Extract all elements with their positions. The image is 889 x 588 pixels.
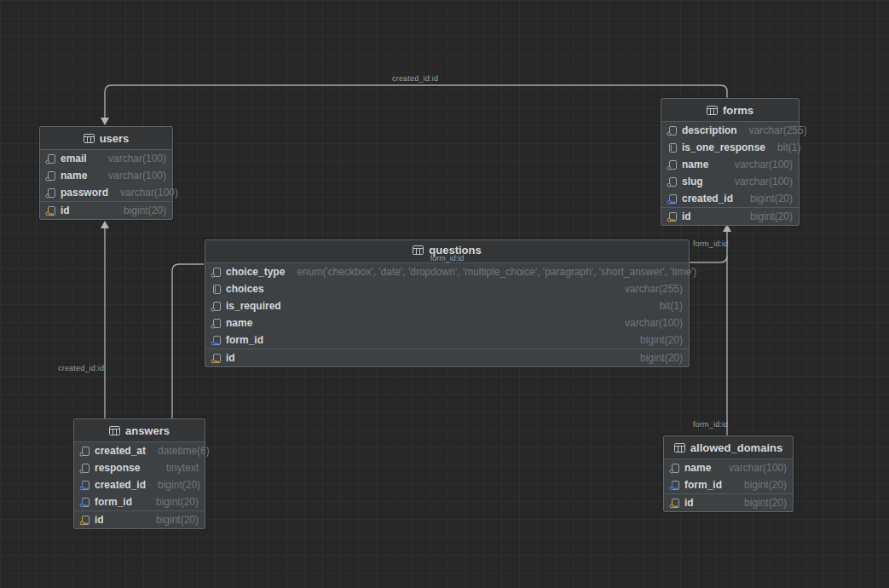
column-name: id <box>684 497 694 509</box>
edge-questions-forms <box>689 256 727 262</box>
relationship-label: form_id:id <box>693 239 729 248</box>
table-columns: namevarchar(100)form_idbigint(20)idbigin… <box>664 459 793 511</box>
column-type: bigint(20) <box>738 193 793 205</box>
table-answers[interactable]: answers created_atdatetime(6)responsetin… <box>73 418 205 529</box>
column-row-name[interactable]: namevarchar(100) <box>205 314 689 331</box>
column-row-slug[interactable]: slugvarchar(100) <box>661 173 799 190</box>
column-type: bit(1) <box>765 141 800 153</box>
column-row-id[interactable]: idbigint(20) <box>74 510 205 528</box>
column-row-is_required[interactable]: is_requiredbit(1) <box>205 297 689 314</box>
table-users[interactable]: users emailvarchar(100)namevarchar(100)p… <box>39 126 173 220</box>
table-header[interactable]: answers <box>74 419 205 442</box>
column-row-name[interactable]: namevarchar(100) <box>40 167 172 184</box>
table-columns: emailvarchar(100)namevarchar(100)passwor… <box>40 150 172 219</box>
column-row-choice_type[interactable]: choice_typeenum('checkbox', 'date', 'dro… <box>205 263 689 280</box>
table-title: questions <box>429 244 481 257</box>
column-row-form_id[interactable]: form_idbigint(20) <box>74 493 205 510</box>
arrowhead-into-users-top <box>101 118 109 125</box>
relationship-label: form_id:id <box>693 420 729 429</box>
edge-forms-users <box>105 85 727 118</box>
column-icon <box>211 318 222 329</box>
column-icon <box>667 176 678 187</box>
column-row-is_one_response[interactable]: is_one_responsebit(1) <box>661 139 799 156</box>
column-name: created_at <box>95 445 146 457</box>
column-row-choices[interactable]: choicesvarchar(255) <box>205 280 689 297</box>
column-name: name <box>61 170 87 182</box>
table-header[interactable]: allowed_domains <box>664 436 793 459</box>
table-allowed_domains[interactable]: allowed_domains namevarchar(100)form_idb… <box>663 435 794 512</box>
column-notnull-icon <box>211 284 222 295</box>
column-name: name <box>684 462 711 474</box>
foreign-key-icon <box>667 193 678 205</box>
table-header[interactable]: questions form_id:id <box>205 240 689 263</box>
column-row-response[interactable]: responsetinytext <box>74 459 205 476</box>
column-row-name[interactable]: namevarchar(100) <box>664 459 793 476</box>
primary-key-icon <box>667 211 678 222</box>
column-row-id[interactable]: idbigint(20) <box>664 493 793 511</box>
column-row-name[interactable]: namevarchar(100) <box>661 156 799 173</box>
column-notnull-icon <box>667 142 678 153</box>
primary-key-icon <box>669 498 680 509</box>
column-name: id <box>61 205 70 216</box>
table-columns: descriptionvarchar(255)is_one_responsebi… <box>661 122 799 225</box>
column-icon <box>79 446 90 457</box>
column-name: created_id <box>682 193 733 205</box>
column-type: varchar(100) <box>723 159 793 170</box>
column-name: response <box>95 462 140 474</box>
column-row-description[interactable]: descriptionvarchar(255) <box>661 122 799 139</box>
column-row-password[interactable]: passwordvarchar(100) <box>40 184 172 201</box>
table-questions[interactable]: questions form_id:id choice_typeenum('ch… <box>205 239 690 367</box>
column-icon <box>211 301 222 312</box>
column-row-created_at[interactable]: created_atdatetime(6) <box>74 442 205 459</box>
table-title: allowed_domains <box>690 441 782 454</box>
column-row-id[interactable]: idbigint(20) <box>661 207 799 225</box>
table-icon <box>413 245 424 256</box>
table-icon <box>674 442 685 453</box>
column-type: varchar(100) <box>96 153 166 164</box>
column-row-id[interactable]: idbigint(20) <box>205 349 689 366</box>
column-row-form_id[interactable]: form_idbigint(20) <box>205 331 689 349</box>
column-name: slug <box>682 176 703 187</box>
column-icon <box>667 125 678 136</box>
column-icon <box>79 463 90 474</box>
primary-key-icon <box>79 515 90 526</box>
edge-answers-questions <box>172 264 204 418</box>
column-name: form_id <box>226 334 263 346</box>
column-name: name <box>226 317 252 329</box>
column-row-form_id[interactable]: form_idbigint(20) <box>664 476 793 493</box>
column-type: bigint(20) <box>738 210 793 222</box>
column-name: email <box>61 153 87 164</box>
column-type: bigint(20) <box>144 514 199 526</box>
column-type: enum('checkbox', 'date', 'dropdown', 'mu… <box>285 266 696 278</box>
table-title: users <box>100 132 130 145</box>
primary-key-icon <box>211 353 222 364</box>
column-name: id <box>95 514 104 526</box>
column-type: varchar(100) <box>96 170 166 182</box>
foreign-key-icon <box>79 497 90 508</box>
table-forms[interactable]: forms descriptionvarchar(255)is_one_resp… <box>661 98 800 226</box>
table-icon <box>84 133 95 144</box>
column-type: bigint(20) <box>144 496 199 508</box>
column-type: tinytext <box>154 462 199 474</box>
column-type: varchar(100) <box>723 176 793 187</box>
column-type: bigint(20) <box>146 479 200 491</box>
column-row-id[interactable]: idbigint(20) <box>40 201 172 219</box>
primary-key-icon <box>45 205 56 216</box>
column-type: bit(1) <box>648 300 683 312</box>
foreign-key-icon <box>211 335 222 346</box>
column-name: id <box>682 210 691 222</box>
table-header[interactable]: forms <box>661 99 799 122</box>
column-name: form_id <box>684 479 722 491</box>
column-icon <box>669 463 680 474</box>
column-name: choices <box>226 283 264 295</box>
column-type: varchar(100) <box>108 187 178 199</box>
column-row-email[interactable]: emailvarchar(100) <box>40 150 172 167</box>
relationship-label: created_id:id <box>392 74 438 83</box>
table-header[interactable]: users <box>40 127 172 150</box>
column-row-created_id[interactable]: created_idbigint(20) <box>661 190 799 207</box>
column-name: choice_type <box>226 266 285 278</box>
column-icon <box>45 170 56 182</box>
diagram-canvas[interactable]: { "diagram": { "colors": { "background":… <box>0 0 889 588</box>
column-row-created_id[interactable]: created_idbigint(20) <box>74 476 205 493</box>
column-type: bigint(20) <box>628 352 683 364</box>
